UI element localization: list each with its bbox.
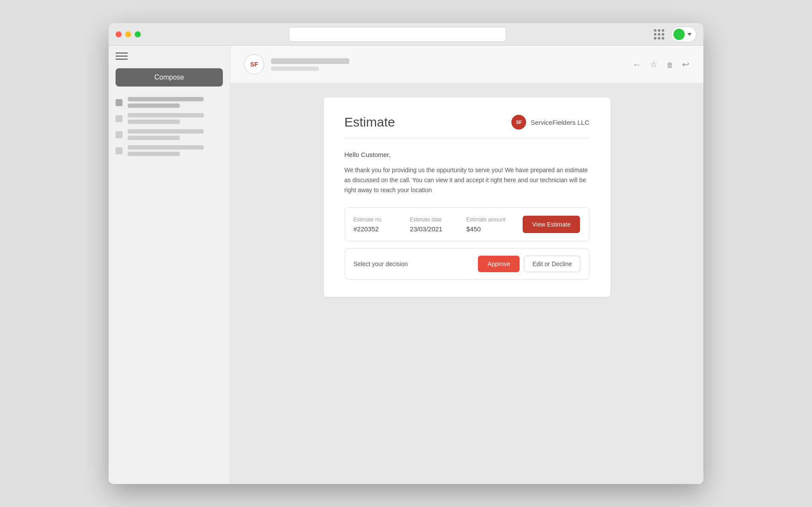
- titlebar: [109, 23, 703, 46]
- hamburger-line: [116, 53, 128, 53]
- estimate-number-value: #220352: [354, 225, 410, 233]
- user-menu-button[interactable]: [671, 27, 696, 42]
- estimate-title: Estimate: [345, 115, 395, 130]
- email-body-text: We thank you for providing us the oppurt…: [345, 165, 590, 195]
- hamburger-line: [116, 56, 128, 57]
- email-subject-line: [128, 113, 204, 117]
- back-button[interactable]: [633, 60, 641, 69]
- grid-dot: [658, 37, 660, 40]
- star-button[interactable]: [650, 60, 658, 69]
- delete-button[interactable]: [666, 60, 673, 69]
- email-card: Estimate SF ServiceFielders LLC Hello Cu…: [324, 97, 610, 297]
- edit-or-decline-button[interactable]: Edit or Decline: [524, 256, 580, 272]
- chevron-down-icon: [687, 33, 692, 36]
- email-checkbox[interactable]: [116, 99, 123, 106]
- estimate-date-field: Estimate date 23/03/2021: [410, 217, 466, 233]
- estimate-amount-value: $450: [466, 225, 523, 233]
- decision-buttons: Approve Edit or Decline: [478, 256, 580, 272]
- app-body: Compose: [109, 46, 703, 484]
- approve-button[interactable]: Approve: [478, 256, 520, 272]
- close-button[interactable]: [116, 31, 122, 37]
- reply-button[interactable]: [682, 60, 689, 69]
- email-sender-line: [128, 136, 180, 140]
- estimate-details-box: Estimate no. #220352 Estimate date 23/03…: [345, 207, 590, 241]
- search-input[interactable]: [289, 27, 506, 42]
- email-subject-line: [128, 97, 204, 101]
- estimate-header: Estimate SF ServiceFielders LLC: [345, 115, 590, 139]
- sender-details: [271, 58, 349, 71]
- estimate-date-value: 23/03/2021: [410, 225, 466, 233]
- email-subject-line: [128, 129, 204, 133]
- sidebar: Compose: [109, 46, 230, 484]
- email-subject-line: [128, 145, 204, 150]
- email-checkbox[interactable]: [116, 131, 123, 138]
- traffic-lights: [116, 31, 141, 37]
- estimate-amount-field: Estimate amount $450: [466, 217, 523, 233]
- decision-box: Select your decision Approve Edit or Dec…: [345, 248, 590, 280]
- list-item[interactable]: [116, 113, 223, 124]
- email-preview: [128, 145, 223, 156]
- email-actions: [633, 60, 689, 69]
- email-body: Estimate SF ServiceFielders LLC Hello Cu…: [230, 83, 703, 484]
- sender-name-placeholder: [271, 58, 349, 64]
- grid-dot: [654, 29, 656, 32]
- greeting-text: Hello Customer,: [345, 151, 590, 158]
- email-preview: [128, 129, 223, 140]
- sender-info: SF: [244, 54, 349, 74]
- maximize-button[interactable]: [135, 31, 141, 37]
- company-logo: SF: [511, 115, 526, 130]
- grid-dot: [658, 29, 660, 32]
- email-sender-line: [128, 103, 180, 108]
- email-checkbox[interactable]: [116, 147, 123, 154]
- decision-label: Select your decision: [354, 260, 408, 267]
- email-list: [116, 97, 223, 156]
- main-panel: SF Estimate: [230, 46, 703, 484]
- email-checkbox[interactable]: [116, 115, 123, 122]
- apps-grid-icon[interactable]: [654, 29, 664, 40]
- grid-dot: [654, 33, 656, 36]
- grid-dot: [662, 37, 664, 40]
- grid-dot: [654, 37, 656, 40]
- list-item[interactable]: [116, 129, 223, 140]
- compose-button[interactable]: Compose: [116, 68, 223, 87]
- sender-avatar: SF: [244, 54, 264, 74]
- estimate-number-label: Estimate no.: [354, 217, 410, 223]
- grid-dot: [662, 33, 664, 36]
- view-estimate-button[interactable]: View Estimate: [523, 216, 580, 233]
- email-sender-line: [128, 152, 180, 156]
- email-sender-line: [128, 120, 180, 124]
- sender-date-placeholder: [271, 67, 319, 71]
- estimate-number-field: Estimate no. #220352: [354, 217, 410, 233]
- company-name: ServiceFielders LLC: [530, 119, 589, 126]
- user-avatar: [673, 29, 685, 40]
- email-preview: [128, 113, 223, 124]
- estimate-date-label: Estimate date: [410, 217, 466, 223]
- list-item[interactable]: [116, 145, 223, 156]
- email-header: SF: [230, 46, 703, 83]
- estimate-amount-label: Estimate amount: [466, 217, 523, 223]
- titlebar-right: [654, 27, 696, 42]
- grid-dot: [662, 29, 664, 32]
- email-preview: [128, 97, 223, 108]
- hamburger-line: [116, 59, 128, 60]
- company-branding: SF ServiceFielders LLC: [511, 115, 589, 130]
- list-item[interactable]: [116, 97, 223, 108]
- minimize-button[interactable]: [125, 31, 131, 37]
- app-window: Compose: [109, 23, 703, 484]
- hamburger-menu-button[interactable]: [116, 53, 128, 60]
- titlebar-center: [141, 27, 654, 42]
- grid-dot: [658, 33, 660, 36]
